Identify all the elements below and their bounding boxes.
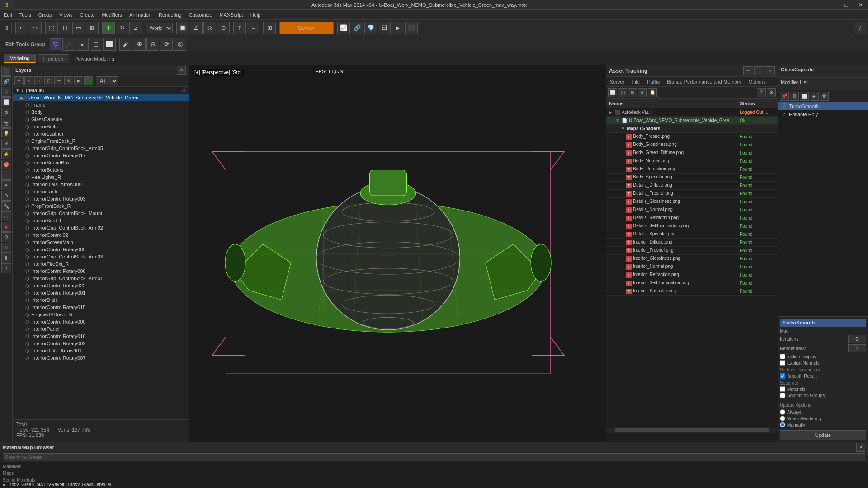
menu-help[interactable]: Help	[247, 10, 264, 20]
ring-button[interactable]: ◎	[174, 38, 186, 51]
left-tool-4[interactable]: ⬜	[1, 97, 11, 107]
layer-selected-object[interactable]: ▶ U-Boat_Worx_NEMO_Submersible_Vehicle_G…	[13, 94, 189, 101]
layer-object-dialsarrow001[interactable]: ⬡InteriorDials_Arrow001	[13, 347, 189, 354]
layer-object-frame[interactable]: ⬡Frame	[13, 101, 189, 108]
menu-maxscript[interactable]: MAXScript	[216, 10, 247, 20]
menu-group[interactable]: Group	[35, 10, 56, 20]
layer-object-interiorleather[interactable]: ⬡InteriorLeather	[13, 130, 189, 137]
layer-object-dialsarrow000[interactable]: ⬡InteriorDials_Arrow000	[13, 181, 189, 188]
layer-object-introtary015[interactable]: ⬡InteriorControlRotary015	[13, 304, 189, 311]
select-name-button[interactable]: H	[59, 22, 71, 34]
asset-row-interior-normal[interactable]: TInterior_Normal.png Found	[606, 263, 778, 271]
left-tool-16[interactable]: 🔺	[1, 222, 11, 232]
asset-group-maps[interactable]: ▼Maps / Shaders	[606, 125, 778, 133]
asset-close-button[interactable]: ✕	[765, 66, 775, 75]
menu-views[interactable]: Views	[56, 10, 76, 20]
asset-row-interior-refraction[interactable]: TInterior_Refraction.png Found	[606, 271, 778, 279]
layer-object-introtary000[interactable]: ⬡InteriorControlRotary000	[13, 318, 189, 325]
left-tool-5[interactable]: ⚙	[1, 108, 11, 117]
render-setup-button[interactable]: 🎞	[378, 22, 391, 34]
asset-toolbar-1[interactable]: ⬜	[608, 88, 617, 97]
material-editor-button[interactable]: 💎	[364, 22, 377, 34]
layer-object-introtary022[interactable]: ⬡InteriorControlRotary022	[13, 282, 189, 289]
layers-filter[interactable]: All	[96, 76, 118, 85]
layers-highlight[interactable]: ☀	[54, 76, 63, 85]
menu-edit[interactable]: Edit	[0, 10, 16, 20]
asset-maximize-button[interactable]: □	[754, 66, 764, 75]
left-tool-14[interactable]: 🔧	[1, 201, 11, 211]
schematic-view-button[interactable]: 🔗	[351, 22, 363, 34]
asset-row-interior-gloss[interactable]: TInterior_Glossiness.png Found	[606, 255, 778, 263]
layer-manager-button[interactable]: ⊞	[263, 22, 276, 34]
mod-show-result-button[interactable]: ⬜	[800, 92, 809, 101]
layer-object-body[interactable]: ⬡Body	[13, 108, 189, 116]
layer-object-introtary017[interactable]: ⬡InteriorControlRotary017	[13, 152, 189, 159]
layers-list[interactable]: ▼ 0 (default) ⚙ ▶ U-Boat_Worx_NEMO_Subme…	[13, 87, 189, 419]
ts-iterations-input[interactable]	[848, 335, 866, 343]
asset-minimize-button[interactable]: ─	[743, 66, 753, 75]
layer-object-intsoundbox[interactable]: ⬡InteriorSoundBox	[13, 159, 189, 166]
ts-materials-checkbox[interactable]	[780, 386, 785, 392]
asset-toolbar-3[interactable]: ⊞	[628, 88, 637, 97]
left-tool-20[interactable]: ≀	[1, 263, 11, 273]
window-crossing-button[interactable]: ⊠	[86, 22, 99, 34]
layer-object-interiorbolts[interactable]: ⬡InteriorBolts	[13, 123, 189, 130]
mod-configure-button[interactable]: ⚙	[790, 92, 799, 101]
percent-snap-toggle[interactable]: %	[203, 22, 216, 34]
layer-object-intcontrol02[interactable]: ⬡InteriorControl02	[13, 231, 189, 239]
left-tool-7[interactable]: 💡	[1, 128, 11, 138]
asset-toolbar-help[interactable]: ?	[757, 88, 766, 97]
menu-rendering[interactable]: Rendering	[155, 10, 185, 20]
curve-editor-button[interactable]: 📈	[337, 22, 350, 34]
asset-menu-paths[interactable]: Paths	[643, 77, 663, 87]
left-tool-8[interactable]: ☀	[1, 139, 11, 149]
shrink-selection-button[interactable]: ⊖	[146, 38, 159, 51]
layer-object-introtary005[interactable]: ⬡InteriorControlRotary005	[13, 246, 189, 253]
layer-object-introtary007[interactable]: ⬡InteriorControlRotary007	[13, 354, 189, 361]
layer-object-interiortank[interactable]: ⬡InteriorTank	[13, 188, 189, 195]
left-tool-1[interactable]: ⬛	[1, 66, 11, 76]
layer-object-introtary002[interactable]: ⬡InteriorControlRotary002	[13, 340, 189, 347]
layer-object-intpanel[interactable]: ⬡InteriorPanel	[13, 325, 189, 333]
close-button[interactable]: ✕	[854, 0, 868, 10]
layer-object-introtary006[interactable]: ⬡InteriorControlRotary006	[13, 267, 189, 275]
left-tool-10[interactable]: 🎯	[1, 160, 11, 169]
left-tool-9[interactable]: ⚡	[1, 149, 11, 159]
asset-row-interior-specular[interactable]: TInterior_Specular.png Found	[606, 287, 778, 296]
update-always-radio[interactable]	[780, 409, 785, 415]
align-button[interactable]: ≡	[247, 22, 259, 34]
asset-row-details-diffuse[interactable]: TDetails_Diffuse.png Found	[606, 182, 778, 190]
left-tool-19[interactable]: Ⅱ	[1, 253, 11, 263]
layer-object-engineupdown[interactable]: ⬡EngineUPDown_R	[13, 311, 189, 318]
create-selection-set[interactable]: Server	[279, 22, 334, 34]
rotate-button[interactable]: ↻	[116, 22, 128, 34]
polygon-mode-button[interactable]: ▽	[50, 38, 61, 50]
layer-object-introtary016[interactable]: ⬡InteriorControlRotary016	[13, 333, 189, 340]
asset-menu-server[interactable]: Server	[606, 77, 628, 87]
layer-object-intseat[interactable]: ⬡InteriorSeat_L	[13, 217, 189, 224]
menu-animation[interactable]: Animation	[126, 10, 155, 20]
layers-render[interactable]: ▶	[74, 76, 83, 85]
asset-row-details-fresnel[interactable]: TDetails_Fresnel.png Found	[606, 190, 778, 198]
viewport[interactable]: [+] [Perspective] [Std] FPS: 11,639	[189, 65, 606, 442]
mod-pin-button[interactable]: 📌	[780, 92, 789, 101]
mirror-button[interactable]: ⫙	[233, 22, 246, 34]
asset-row-body-diffuse[interactable]: TBody_Green_Diffuse.png Found	[606, 149, 778, 157]
asset-row-details-specular[interactable]: TDetails_Specular.png Found	[606, 230, 778, 239]
select-button[interactable]: ⬚	[45, 22, 58, 34]
menu-tools[interactable]: Tools	[16, 10, 35, 20]
asset-row-details-normal[interactable]: TDetails_Normal.png Found	[606, 206, 778, 214]
layer-object-introtary001[interactable]: ⬡InteriorControlRotary001	[13, 289, 189, 296]
layer-object-intdials[interactable]: ⬡InteriorDials	[13, 296, 189, 304]
select-region-button[interactable]: ▭	[72, 22, 85, 34]
menu-create[interactable]: Create	[76, 10, 98, 20]
left-tool-15[interactable]: ⬭	[1, 211, 11, 221]
layer-object-intbuttons[interactable]: ⬡InteriorButtons	[13, 166, 189, 174]
reference-coord-dropdown[interactable]: WorldViewLocal	[146, 23, 173, 33]
ts-explicitnormals-checkbox[interactable]	[780, 360, 785, 366]
render-production-button[interactable]: ⬛	[405, 22, 418, 34]
undo-button[interactable]: ↩	[15, 22, 28, 34]
border-mode-button[interactable]: ◻	[90, 38, 102, 51]
ts-smoothinggroups-checkbox[interactable]	[780, 393, 785, 398]
window-controls[interactable]: ─ □ ✕	[825, 0, 868, 10]
